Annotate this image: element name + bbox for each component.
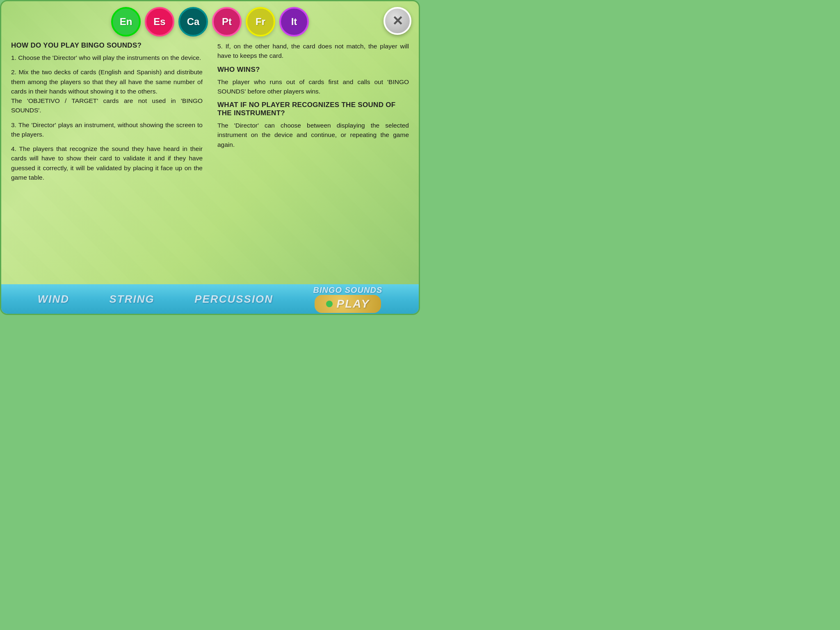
right-column: 5. If, on the other hand, the card does …	[210, 41, 409, 187]
bingo-sounds-play-area: BINGO SOUNDS PLAY	[313, 285, 383, 313]
play-badge[interactable]: PLAY	[315, 295, 381, 313]
wind-label: WIND	[38, 293, 69, 306]
lang-btn-fr[interactable]: Fr	[246, 7, 275, 37]
content-area: HOW DO YOU PLAY BINGO SOUNDS? 1. Choose …	[1, 40, 419, 190]
close-button[interactable]: ✕	[383, 7, 411, 35]
string-label: STRING	[110, 293, 155, 306]
main-container: En Es Ca Pt Fr It ✕ HOW DO YOU PLAY BING…	[0, 0, 420, 315]
bingo-sounds-label: BINGO SOUNDS	[313, 285, 383, 295]
left-column: HOW DO YOU PLAY BINGO SOUNDS? 1. Choose …	[11, 41, 210, 187]
lang-btn-pt[interactable]: Pt	[212, 7, 242, 37]
step1-text: 1. Choose the 'Director' who will play t…	[11, 53, 203, 62]
play-label: PLAY	[337, 297, 370, 310]
main-title: HOW DO YOU PLAY BINGO SOUNDS?	[11, 41, 203, 50]
who-wins-text: The player who runs out of cards first a…	[217, 77, 409, 96]
step4-text: 4. The players that recognize the sound …	[11, 144, 203, 182]
bottom-bar: WIND STRING PERCUSSION BINGO SOUNDS PLAY	[1, 284, 419, 314]
lang-btn-ca[interactable]: Ca	[178, 7, 208, 37]
lang-btn-it[interactable]: It	[279, 7, 309, 37]
lang-btn-en[interactable]: En	[111, 7, 141, 37]
step5-text: 5. If, on the other hand, the card does …	[217, 41, 409, 61]
step2-text: 2. Mix the two decks of cards (English a…	[11, 67, 203, 115]
play-dot	[326, 301, 333, 307]
percussion-label: PERCUSSION	[194, 293, 273, 306]
lang-btn-es[interactable]: Es	[145, 7, 174, 37]
step3-text: 3. The 'Director' plays an instrument, w…	[11, 120, 203, 139]
header: En Es Ca Pt Fr It ✕	[1, 1, 419, 40]
who-wins-title: WHO WINS?	[217, 66, 409, 74]
no-player-title: WHAT IF NO PLAYER RECOGNIZES THE SOUND O…	[217, 101, 409, 117]
no-player-text: The 'Director' can choose between displa…	[217, 121, 409, 149]
